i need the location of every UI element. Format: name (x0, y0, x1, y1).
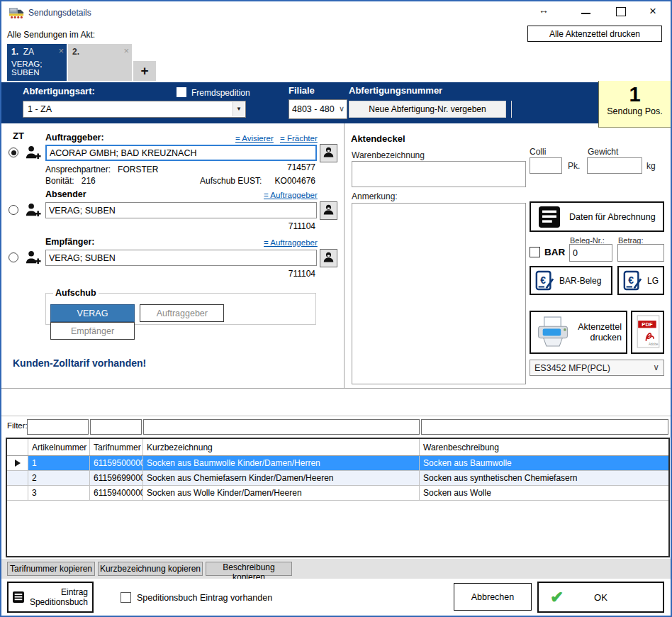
position-count: 1 (599, 82, 671, 106)
fremdspedition-checkbox[interactable] (177, 87, 186, 97)
aufschub-empfaenger-button[interactable]: Empfänger (50, 322, 135, 340)
table-header-row: Artikelnummer Tarifnummer Kurzbezeichnun… (7, 439, 668, 456)
cell-kurzbezeichnung[interactable]: Socken aus Chemiefasern Kinder/Damen/Hee… (143, 471, 420, 485)
bar-beleg-button[interactable]: € BAR-Beleg (530, 266, 612, 295)
artikel-table: Artikelnummer Tarifnummer Kurzbezeichnun… (6, 438, 670, 557)
aufschub-auftraggeber-button[interactable]: Auftraggeber (140, 304, 224, 322)
titlebar: Sendungsdetails ↔ × (1, 1, 671, 23)
aufschub-verag-button[interactable]: VERAG (50, 304, 135, 322)
col-kurzbezeichnung[interactable]: Kurzbezeichnung (143, 439, 420, 455)
warenbezeichnung-textarea[interactable] (352, 161, 526, 187)
cell-warenbeschreibung[interactable]: Socken aus Wolle (420, 486, 668, 500)
lg-button[interactable]: € LG (617, 266, 664, 295)
cell-artikelnummer[interactable]: 1 (28, 456, 90, 470)
person-icon (323, 203, 335, 216)
tab1-line2: SUBEN (11, 68, 62, 77)
daten-fuer-abrechnung-button[interactable]: Daten für Abrechnung (530, 201, 664, 232)
filter-warenbeschreibung-input[interactable] (421, 419, 668, 435)
empfaenger-input[interactable] (45, 250, 317, 266)
abbrechen-button[interactable]: Abbrechen (454, 583, 532, 611)
cell-warenbeschreibung[interactable]: Socken aus Baumwolle (420, 456, 668, 470)
tab-sendung-2[interactable]: 2. × (68, 44, 132, 81)
bar-label: BAR (544, 247, 565, 257)
pdf-button[interactable]: PDF Adobe (631, 311, 664, 354)
printer-select[interactable]: ES3452 MFP(PCL) ∨ (530, 360, 664, 376)
add-person-icon[interactable] (25, 249, 41, 266)
aktenzettel-button-label: Aktenzettel drucken (576, 322, 626, 343)
colli-input[interactable] (530, 157, 562, 174)
fremdspedition-label: Fremdspedition (191, 88, 250, 98)
anmerkung-textarea[interactable] (352, 203, 526, 384)
fraechter-link[interactable]: = Frächter (280, 134, 318, 143)
eintrag-speditionsbuch-button[interactable]: Eintrag Speditionsbuch (7, 582, 94, 613)
betrag-input[interactable] (617, 244, 664, 262)
tab2-close-icon[interactable]: × (123, 45, 129, 56)
ok-button[interactable]: ✔ OK (537, 582, 664, 613)
table-row[interactable]: 1 61159500000 Socken aus Baumwolle Kinde… (7, 456, 668, 471)
minimize-icon[interactable] (578, 4, 594, 18)
empfaenger-radio[interactable] (9, 252, 18, 262)
gewicht-input[interactable] (587, 157, 642, 174)
add-person-icon[interactable] (25, 144, 41, 161)
filter-kurzbezeichnung-input[interactable] (143, 419, 420, 435)
table-row[interactable]: 3 61159400000 Socken aus Wolle Kinder/Da… (7, 486, 668, 501)
tarifnummer-kopieren-button[interactable]: Tarifnummer kopieren (7, 562, 95, 576)
filiale-value: 4803 - 480 (292, 104, 335, 114)
tab2-number: 2. (72, 47, 79, 57)
filter-tarifnummer-input[interactable] (90, 419, 142, 435)
cell-kurzbezeichnung[interactable]: Socken aus Wolle Kinder/Damen/Heeren (143, 486, 420, 500)
footer-bar: Eintrag Speditionsbuch Speditionsbuch Ei… (1, 579, 671, 616)
aktenzettel-drucken-button[interactable]: Aktenzettel drucken (530, 311, 627, 354)
filter-artikelnummer-input[interactable] (27, 419, 89, 435)
filiale-chevron-icon[interactable]: ∨ (339, 104, 345, 113)
tab1-close-icon[interactable]: × (58, 45, 64, 56)
add-sendung-button[interactable]: + (133, 61, 156, 81)
lg-label: LG (647, 276, 659, 286)
row-selector-cell (7, 486, 28, 500)
empfaenger-contact-button[interactable] (320, 249, 337, 267)
absender-auftraggeber-link[interactable]: = Auftraggeber (264, 191, 318, 199)
cell-artikelnummer[interactable]: 3 (28, 486, 90, 500)
absender-input[interactable] (45, 202, 317, 218)
maximize-icon[interactable] (612, 4, 628, 18)
abfertigungsart-combobox[interactable]: 1 - ZA ▼ (23, 101, 246, 118)
alle-aktenzettel-drucken-button[interactable]: Alle Aktenzettel drucken (527, 26, 662, 42)
cell-kurzbezeichnung[interactable]: Socken aus Baumwolle Kinder/Damen/Herren (143, 456, 420, 470)
cell-artikelnummer[interactable]: 2 (28, 471, 90, 485)
combo-dropdown-icon[interactable]: ▼ (233, 102, 245, 116)
cell-tarifnummer[interactable]: 61159500000 (90, 456, 143, 470)
add-person-icon[interactable] (25, 201, 41, 218)
cell-tarifnummer[interactable]: 61159400000 (90, 486, 143, 500)
auftraggeber-contact-button[interactable] (320, 144, 337, 162)
cell-warenbeschreibung[interactable]: Socken aus synthetischen Chemiefasern (420, 471, 668, 485)
table-row[interactable]: 2 61159699000 Socken aus Chemiefasern Ki… (7, 471, 668, 486)
warenbezeichnung-label: Warenbezeichnung (352, 150, 425, 160)
divider (511, 101, 512, 118)
close-icon[interactable]: × (645, 4, 661, 18)
printer-chevron-icon[interactable]: ∨ (653, 362, 659, 372)
beleg-nr-input[interactable] (569, 244, 612, 262)
aufschub-group: Aufschub VERAG Auftraggeber Empfänger (45, 288, 316, 325)
col-tarifnummer[interactable]: Tarifnummer (90, 439, 143, 455)
beschreibung-kopieren-button[interactable]: Beschreibung kopieren (206, 562, 292, 576)
cell-tarifnummer[interactable]: 61159699000 (90, 471, 143, 485)
kurzbezeichnung-kopieren-button[interactable]: Kurzbezeichnung kopieren (98, 562, 203, 576)
ansprechpartner-line: Ansprechpartner: FORSTER (45, 165, 158, 174)
empfaenger-auftraggeber-link[interactable]: = Auftraggeber (264, 238, 318, 247)
neue-abfertigungsnummer-button[interactable]: Neue Abfertigung-Nr. vergeben (349, 101, 506, 118)
resize-icon[interactable]: ↔ (536, 4, 551, 18)
empfaenger-kundennummer: 711104 (289, 269, 315, 279)
avisierer-link[interactable]: = Avisierer (235, 134, 274, 143)
bar-checkbox[interactable] (530, 247, 540, 257)
col-warenbeschreibung[interactable]: Warenbeschreibung (420, 439, 668, 455)
zt-label: ZT (13, 130, 24, 141)
auftraggeber-input[interactable] (45, 145, 317, 161)
filiale-select[interactable]: 4803 - 480 ∨ (289, 99, 347, 119)
absender-radio[interactable] (9, 205, 18, 215)
auftraggeber-radio[interactable] (9, 148, 18, 157)
absender-contact-button[interactable] (320, 201, 337, 220)
col-artikelnummer[interactable]: Artikelnummer (28, 439, 90, 455)
row-selector-header (7, 439, 28, 455)
speditionsbuch-checkbox[interactable] (121, 592, 131, 603)
tab-sendung-1[interactable]: 1. ZA × VERAG; SUBEN (7, 44, 67, 81)
